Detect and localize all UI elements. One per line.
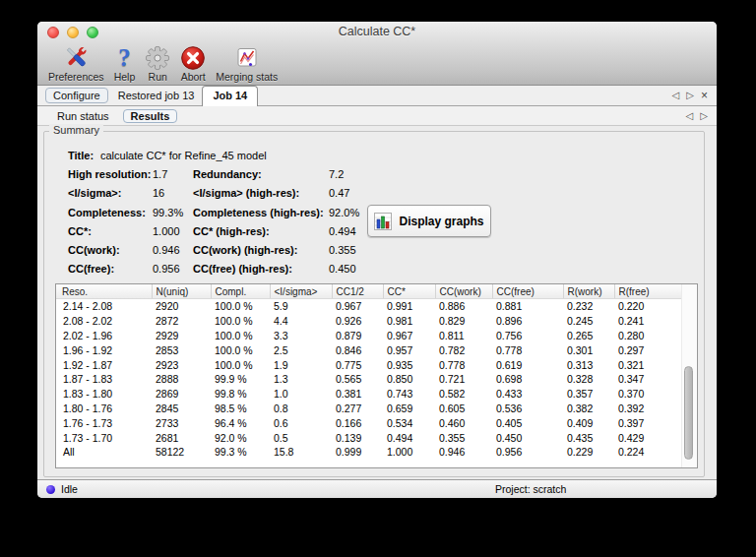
tab-configure[interactable]: Configure [45,88,108,103]
table-cell: 4.4 [270,314,332,329]
table-cell: 1.73 - 1.70 [56,430,152,445]
table-cell: 0.370 [614,387,683,402]
table-row[interactable]: 1.92 - 1.872923100.0 %1.90.7750.9350.778… [56,357,683,372]
table-cell: 1.3 [270,372,332,387]
scrollbar-thumb[interactable] [684,366,693,460]
table-cell: 100.0 % [211,299,270,314]
results-panel: Summary Title: calculate CC* for Refine_… [37,126,717,479]
table-cell: 0.981 [383,314,435,329]
table-cell: 1.92 - 1.87 [56,357,152,372]
table-row[interactable]: All5812299.3 %15.80.9991.0000.9460.9560.… [56,445,683,460]
toolbar-item-abort[interactable]: Abort [175,43,211,85]
tab-close-icon[interactable]: × [701,90,708,101]
toolbar-item-preferences[interactable]: Preferences [43,43,109,85]
subtab-scroll-right-icon[interactable]: ▷ [700,111,708,121]
table-cell: 2888 [152,372,211,387]
table-cell: 2.5 [270,342,332,357]
preferences-tools-icon [62,44,91,71]
table-row[interactable]: 1.73 - 1.70268192.0 %0.50.1390.4940.3550… [56,430,683,445]
column-header[interactable]: CC(free) [492,284,563,299]
table-cell: 100.0 % [211,329,270,343]
data-table: Reso.N(uniq)Compl.<I/sigma>CC1/2CC*CC(wo… [56,284,683,460]
run-gear-icon [145,44,170,71]
column-header[interactable]: <I/sigma> [270,284,332,299]
table-row[interactable]: 1.96 - 1.922853100.0 %2.50.8460.9570.782… [56,342,683,357]
column-header[interactable]: R(free) [614,284,683,299]
table-cell: 0.850 [383,372,435,387]
summary-stat-label: Completeness (high-res): [193,207,329,218]
summary-stat-label: CC*: [68,225,153,237]
table-cell: 0.381 [332,387,383,402]
table-cell: 0.896 [492,314,563,329]
table-cell: 0.946 [435,445,492,460]
toolbar-item-help[interactable]: ? Help [109,43,141,85]
column-header[interactable]: CC(work) [435,284,492,299]
table-row[interactable]: 1.87 - 1.83288899.9 %1.30.5650.8500.7210… [56,372,683,387]
table-cell: 0.301 [563,342,614,357]
summary-stat-value: 0.355 [329,244,462,256]
summary-stat-value: 1.000 [153,225,193,237]
table-cell: 2920 [152,299,211,314]
table-cell: 0.5 [270,430,332,445]
toolbar-item-merging-stats[interactable]: Merging stats [211,43,283,85]
summary-stat-label: CC(work): [68,244,153,256]
table-cell: 2.02 - 1.96 [56,329,152,343]
table-cell: 0.405 [492,415,563,430]
column-header[interactable]: Reso. [56,284,152,299]
table-header-row: Reso.N(uniq)Compl.<I/sigma>CC1/2CC*CC(wo… [56,284,683,299]
table-cell: 1.96 - 1.92 [56,342,152,357]
tab-scroll-left-icon[interactable]: ◁ [672,91,680,100]
project-label: Project: scratch [495,480,566,498]
table-cell: 0.775 [332,357,383,372]
tab-restored-job-13[interactable]: Restored job 13 [110,88,203,103]
toolbar-item-label: Abort [181,71,206,83]
column-header[interactable]: R(work) [563,284,614,299]
table-cell: 0.409 [563,415,614,430]
table-cell: 0.229 [563,445,614,460]
column-header[interactable]: CC* [383,284,435,299]
summary-stat-value: 16 [153,187,193,199]
table-cell: 0.846 [332,342,383,357]
table-cell: 0.321 [614,357,683,372]
table-cell: 2923 [152,357,211,372]
table-cell: 0.829 [435,314,492,329]
column-header[interactable]: N(uniq) [152,284,211,299]
window-chrome: Calculate CC* [37,22,717,86]
table-row[interactable]: 2.08 - 2.022872100.0 %4.40.9260.9810.829… [56,314,683,329]
column-header[interactable]: CC1/2 [332,284,383,299]
table-row[interactable]: 1.76 - 1.73273396.4 %0.60.1660.5340.4600… [56,415,683,430]
table-row[interactable]: 2.14 - 2.082920100.0 %5.90.9670.9910.886… [56,299,683,314]
summary-stat-label: High resolution: [68,168,153,180]
table-cell: 0.926 [332,314,383,329]
table-cell: 0.957 [383,342,435,357]
summary-row: <I/sigma>:16<I/sigma> (high-res):0.47 [68,184,462,203]
toolbar-item-label: Merging stats [216,71,278,83]
shell-statistics-table: Reso.N(uniq)Compl.<I/sigma>CC1/2CC*CC(wo… [55,283,698,468]
table-scrollbar[interactable] [681,284,697,467]
table-cell: 5.9 [270,299,332,314]
summary-stat-value: 0.450 [329,263,462,275]
job-tab-controls: ◁ ▷ × [672,86,708,105]
title-bar[interactable]: Calculate CC* [37,22,717,41]
summary-row: CC(free):0.956CC(free) (high-res):0.450 [68,260,462,278]
table-cell: 0.743 [383,387,435,402]
tab-run-status[interactable]: Run status [49,109,117,123]
table-cell: 0.886 [435,299,492,314]
table-cell: 0.245 [563,314,614,329]
tab-job-14[interactable]: Job 14 [202,86,258,107]
table-row[interactable]: 1.80 - 1.76284598.5 %0.80.2770.6590.6050… [56,402,683,416]
tab-scroll-right-icon[interactable]: ▷ [686,91,694,100]
tab-results[interactable]: Results [123,109,178,123]
table-row[interactable]: 2.02 - 1.962929100.0 %3.30.8790.9670.811… [56,329,683,343]
subtab-scroll-left-icon[interactable]: ◁ [686,111,694,121]
table-cell: 0.782 [435,342,492,357]
table-cell: 2681 [152,430,211,445]
table-cell: 0.698 [492,372,563,387]
column-header[interactable]: Compl. [211,284,270,299]
table-row[interactable]: 1.83 - 1.80286999.8 %1.00.3810.7430.5820… [56,387,683,402]
toolbar-item-run[interactable]: Run [140,43,175,85]
table-cell: 100.0 % [211,357,270,372]
table-cell: 0.429 [614,430,683,445]
display-graphs-button[interactable]: Display graphs [367,205,491,237]
table-cell: 1.87 - 1.83 [56,372,152,387]
